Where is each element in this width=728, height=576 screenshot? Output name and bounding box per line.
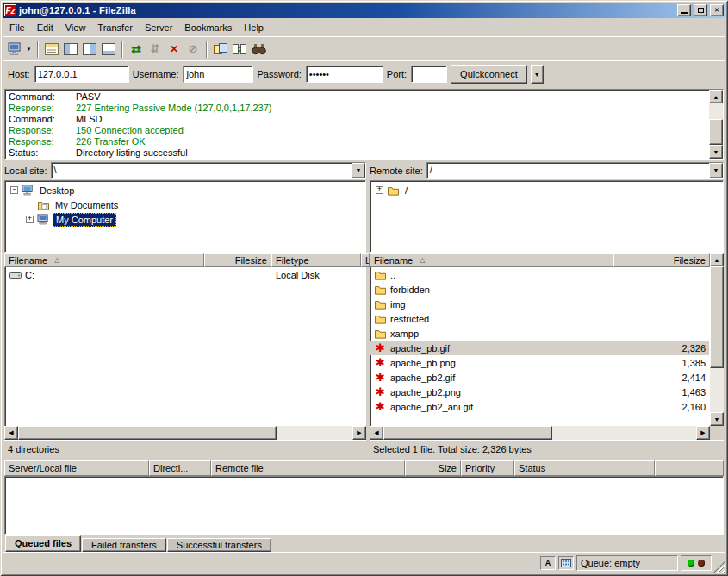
- directory-comparison-button[interactable]: [211, 40, 230, 59]
- disconnect-button[interactable]: ⊘: [184, 40, 202, 59]
- file-row[interactable]: ✱apache_pb2.gif 2,414: [370, 370, 709, 385]
- menu-bookmarks[interactable]: Bookmarks: [178, 20, 238, 35]
- tab-queued-files[interactable]: Queued files: [5, 535, 81, 552]
- column-header-filetype[interactable]: Filetype: [271, 253, 361, 267]
- rx-activity-led: [688, 560, 694, 567]
- port-input[interactable]: [411, 66, 447, 83]
- menu-transfer[interactable]: Transfer: [91, 20, 139, 35]
- tree-item-root[interactable]: + /: [370, 183, 723, 197]
- column-header-filesize[interactable]: Filesize: [613, 253, 710, 267]
- refresh-button[interactable]: ⇄: [127, 40, 146, 59]
- file-name: apache_pb.png: [390, 358, 456, 368]
- scrollbar-thumb[interactable]: [18, 426, 277, 440]
- column-header-filename[interactable]: Filename△: [4, 253, 204, 267]
- column-header-size[interactable]: Size: [405, 460, 461, 476]
- host-input[interactable]: [34, 66, 129, 83]
- titlebar[interactable]: Fz john@127.0.0.1 - FileZilla ✕: [3, 3, 725, 18]
- file-row[interactable]: ..: [370, 267, 709, 282]
- quickconnect-button[interactable]: Quickconnect: [451, 65, 527, 84]
- column-header-status[interactable]: Status: [514, 460, 655, 476]
- remote-vertical-scrollbar[interactable]: ▲ ▼: [710, 253, 724, 426]
- scroll-down-button[interactable]: ▼: [709, 145, 723, 159]
- resize-grip[interactable]: [713, 561, 725, 573]
- scrollbar-thumb[interactable]: [709, 119, 723, 145]
- queue-status-text: Queue: empty: [581, 558, 640, 568]
- folder-icon: [374, 299, 387, 310]
- scroll-left-button[interactable]: ◀: [370, 426, 383, 440]
- remote-site-combo[interactable]: / ▼: [426, 162, 724, 179]
- minimize-button[interactable]: [677, 4, 691, 16]
- file-row-selected[interactable]: ✱apache_pb.gif 2,326: [370, 341, 709, 355]
- message-log-icon: [45, 43, 59, 55]
- tab-successful-transfers[interactable]: Successful transfers: [167, 538, 271, 552]
- file-row[interactable]: ✱apache_pb.png 1,385: [370, 355, 709, 370]
- file-row[interactable]: restricted: [370, 311, 709, 326]
- remote-horizontal-scrollbar[interactable]: ◀ ▶: [370, 426, 710, 440]
- file-row[interactable]: img: [370, 297, 709, 311]
- numeric-keypad-icon[interactable]: [558, 556, 574, 570]
- collapse-expander[interactable]: -: [10, 186, 18, 194]
- scroll-left-button[interactable]: ◀: [4, 426, 18, 440]
- menu-server[interactable]: Server: [139, 20, 178, 35]
- toggle-remote-tree-button[interactable]: [80, 40, 99, 59]
- local-site-combo[interactable]: \ ▼: [51, 162, 366, 179]
- transfer-type-icon[interactable]: A: [540, 556, 556, 570]
- column-header-server-local-file[interactable]: Server/Local file: [4, 460, 149, 476]
- scroll-up-button[interactable]: ▲: [709, 90, 723, 103]
- toolbar-separator: [206, 41, 208, 58]
- tree-item-my-computer[interactable]: + My Computer: [5, 212, 365, 227]
- file-size: 2,326: [613, 343, 709, 354]
- find-files-button[interactable]: [249, 40, 268, 59]
- file-row[interactable]: C: Local Disk: [5, 267, 365, 282]
- combo-dropdown-icon[interactable]: ▼: [352, 163, 365, 178]
- site-manager-icon: [8, 42, 22, 55]
- site-manager-dropdown[interactable]: ▼: [24, 40, 34, 59]
- scroll-down-button[interactable]: ▼: [710, 412, 724, 426]
- quickconnect-dropdown[interactable]: ▼: [531, 65, 544, 84]
- broken-image-icon: ✱: [374, 342, 387, 354]
- port-label: Port:: [387, 69, 407, 79]
- column-header-direction[interactable]: Directi...: [149, 460, 211, 476]
- menu-help[interactable]: Help: [238, 20, 270, 35]
- menu-edit[interactable]: Edit: [31, 20, 59, 35]
- toggle-local-tree-button[interactable]: [61, 40, 80, 59]
- maximize-button[interactable]: [694, 4, 707, 16]
- process-queue-button[interactable]: ⇵: [146, 40, 165, 59]
- queue-view-icon: [102, 43, 115, 55]
- synchronized-browsing-button[interactable]: [230, 40, 249, 59]
- password-input[interactable]: [306, 66, 383, 83]
- close-button[interactable]: ✕: [710, 4, 724, 16]
- username-input[interactable]: [183, 66, 253, 83]
- scrollbar-thumb[interactable]: [710, 266, 724, 368]
- column-header-filesize[interactable]: Filesize: [204, 253, 271, 267]
- queue-list[interactable]: [4, 476, 724, 535]
- menu-view[interactable]: View: [59, 20, 92, 35]
- local-horizontal-scrollbar[interactable]: ◀ ▶: [4, 426, 366, 440]
- expand-expander[interactable]: +: [376, 186, 383, 194]
- combo-dropdown-icon[interactable]: ▼: [709, 163, 723, 178]
- filezilla-app-icon[interactable]: Fz: [4, 4, 16, 16]
- column-header-priority[interactable]: Priority: [461, 460, 514, 476]
- menu-file[interactable]: File: [3, 20, 31, 35]
- log-scrollbar[interactable]: ▲ ▼: [709, 90, 723, 159]
- desktop-icon: [22, 185, 34, 196]
- file-row[interactable]: ✱apache_pb2_ani.gif 2,160: [370, 399, 709, 414]
- scroll-right-button[interactable]: ▶: [696, 426, 710, 440]
- column-header-remote-file[interactable]: Remote file: [211, 460, 405, 476]
- file-row[interactable]: xampp: [370, 326, 709, 341]
- toggle-queue-button[interactable]: [99, 40, 118, 59]
- scroll-up-button[interactable]: ▲: [710, 253, 724, 266]
- site-manager-button[interactable]: [5, 40, 24, 59]
- toggle-message-log-button[interactable]: [42, 40, 61, 59]
- tree-item-my-documents[interactable]: My Documents: [5, 197, 365, 212]
- file-row[interactable]: forbidden: [370, 282, 709, 297]
- tree-item-desktop[interactable]: - Desktop: [5, 183, 365, 197]
- host-label: Host:: [8, 69, 30, 79]
- scroll-right-button[interactable]: ▶: [352, 426, 366, 440]
- tab-failed-transfers[interactable]: Failed transfers: [82, 538, 166, 552]
- scrollbar-thumb[interactable]: [383, 426, 552, 440]
- file-row[interactable]: ✱apache_pb2.png 1,463: [370, 385, 709, 399]
- cancel-operation-button[interactable]: ✕: [165, 40, 184, 59]
- column-header-filename[interactable]: Filename△: [370, 253, 613, 267]
- expand-expander[interactable]: +: [26, 216, 34, 223]
